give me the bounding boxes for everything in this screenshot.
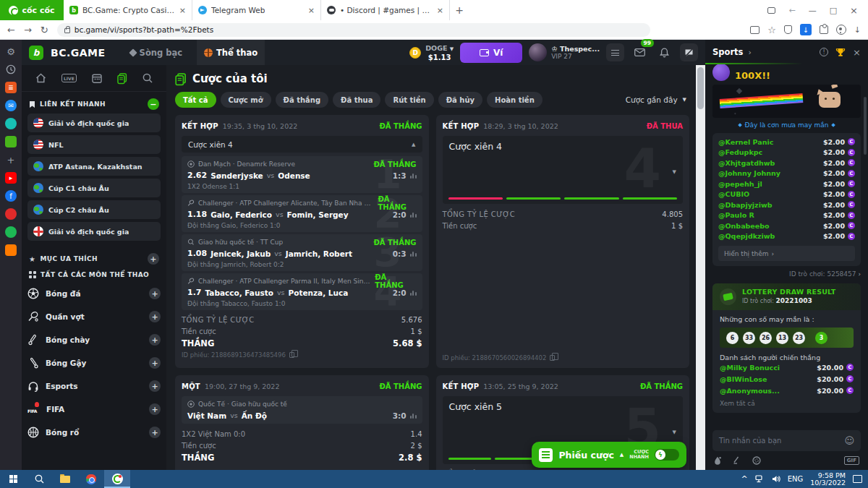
quick-link-item[interactable]: ATP Astana, Kazakhstan — [27, 157, 161, 176]
filter-all[interactable]: Tất cả — [175, 92, 216, 108]
bookmark-star-icon[interactable]: ☆ — [767, 25, 776, 35]
bet-slash-icon[interactable] — [733, 456, 741, 464]
news-shortcut-icon[interactable]: ≣ — [5, 82, 17, 93]
close-tab-icon[interactable]: × — [179, 6, 186, 15]
currency-selector[interactable]: D DOGE ▼ $1.13 — [409, 44, 454, 61]
bet-leg[interactable]: 4 Challenger · ATP Challenger Parma II, … — [182, 273, 422, 310]
screencast-icon[interactable] — [750, 26, 760, 34]
facebook-shortcut-icon[interactable]: f — [5, 190, 17, 202]
chat-scrollbar-thumb[interactable] — [864, 97, 867, 155]
collapse-quick-links-button[interactable]: − — [148, 98, 159, 110]
filter-lost[interactable]: Đã thua — [333, 92, 380, 108]
expand-icon[interactable]: ▼ — [673, 169, 676, 175]
bet-leg[interactable]: Quốc Tế · Giao hữu quốc tế Việt Nam vs Ấ… — [182, 396, 422, 424]
emoji-icon[interactable]: ☺ — [844, 435, 854, 446]
sport-item-esports[interactable]: Esports + — [27, 374, 161, 398]
language-indicator[interactable]: ENG — [788, 475, 804, 483]
bet-slip-button[interactable]: Phiếu cược ▲ CƯỢCNHANH ϟ — [532, 442, 686, 468]
tray-expand-icon[interactable]: ^ — [741, 474, 748, 484]
game-id-link[interactable]: ID trò chơi: 5258457 › — [712, 270, 861, 278]
filter-cashout[interactable]: Rút tiền — [385, 92, 433, 108]
filter-cancelled[interactable]: Đã hủy — [438, 92, 482, 108]
coccoc-button[interactable] — [104, 470, 130, 488]
expand-sport-button[interactable]: + — [149, 403, 161, 415]
back-icon[interactable]: ← — [7, 25, 15, 35]
sport-item-basketball[interactable]: Bóng rổ + — [27, 421, 161, 444]
bcgame-logo-icon[interactable]: b — [29, 46, 43, 60]
nav-sports[interactable]: Thể thao — [197, 40, 265, 65]
rain-drop-icon[interactable] — [714, 456, 721, 465]
expand-sport-button[interactable]: + — [149, 288, 161, 299]
maximize-window-icon[interactable]: □ — [830, 6, 837, 15]
add-shortcut-icon[interactable]: + — [5, 154, 17, 166]
stats-icon[interactable] — [410, 290, 417, 296]
taskbar-search-button[interactable] — [26, 470, 52, 488]
chat-toggle-icon[interactable] — [680, 43, 698, 61]
bet-leg[interactable]: 2 Challenger · ATP Challenger Alicante, … — [182, 195, 422, 232]
download-active-icon[interactable]: ↓ — [800, 24, 812, 35]
add-favorite-button[interactable]: + — [148, 253, 159, 265]
stats-icon[interactable] — [410, 251, 417, 257]
winner-row[interactable]: @Dbapjyjziwb$2.00C — [718, 200, 855, 210]
filter-won[interactable]: Đã thắng — [276, 92, 329, 108]
close-tab-icon[interactable]: × — [308, 6, 315, 15]
forward-icon[interactable]: → — [24, 25, 32, 35]
copy-icon[interactable] — [289, 352, 294, 358]
search-icon[interactable] — [142, 73, 153, 83]
winner-row[interactable]: @pepehh_jl$2.00C — [718, 179, 855, 189]
sort-dropdown[interactable]: Cược gần đây▼ — [626, 95, 689, 104]
expand-sport-button[interactable]: + — [149, 380, 161, 392]
user-profile[interactable]: ♔ Thespec... VIP 27 — [529, 43, 600, 61]
main-scrollbar[interactable] — [696, 65, 705, 470]
mail-icon[interactable]: 99 — [631, 43, 649, 61]
quick-link-item[interactable]: Giải vô địch quốc gia — [27, 114, 161, 132]
avatar[interactable] — [712, 64, 730, 81]
green-app-shortcut-icon[interactable] — [5, 226, 17, 238]
youtube-shortcut-icon[interactable]: ▸ — [5, 172, 17, 184]
downloads-tray-icon[interactable]: ↓ — [854, 25, 861, 35]
teal-app-shortcut-icon[interactable] — [5, 118, 17, 129]
new-tab-button[interactable]: + — [450, 0, 469, 20]
reload-icon[interactable]: ↻ — [41, 25, 48, 35]
quick-bet-toggle[interactable]: ϟ — [655, 449, 679, 461]
expand-sport-button[interactable]: + — [149, 427, 161, 438]
url-field[interactable]: bc.game/vi/sports?bt-path=%2Fbets — [57, 23, 650, 37]
winner-row[interactable]: @Qqepjdkziwb$2.00C — [718, 231, 855, 242]
chrome-button[interactable] — [78, 470, 104, 488]
winner-row[interactable]: @BIWinLose$20.00C — [720, 373, 854, 385]
messenger-shortcut-icon[interactable]: ✉ — [5, 100, 17, 111]
home-icon[interactable] — [35, 73, 46, 83]
tab-search-icon[interactable] — [767, 7, 775, 14]
bet-card-single-won[interactable]: MỘT 19:00, 27 thg 9, 2022 ĐÃ THẮNG Quốc … — [175, 375, 429, 470]
bet-leg[interactable]: 3 Giao hữu quốc tế · TT Cup ĐÃ THẮNG 1.0… — [182, 234, 422, 271]
browser-tab-telegram[interactable]: Telegram Web × — [192, 0, 321, 20]
browser-tab-discord[interactable]: • Discord | #games | BC G × — [321, 0, 450, 20]
combo-collapsed-block[interactable]: Cược xiên 4 4 ▼ — [443, 136, 684, 204]
red-app-shortcut-icon[interactable] — [5, 208, 17, 220]
live-icon[interactable]: LIVE — [61, 74, 77, 82]
chip-icon[interactable] — [752, 456, 761, 465]
stats-icon[interactable] — [410, 212, 417, 218]
stats-icon[interactable] — [410, 413, 417, 419]
sport-item-baseball[interactable]: Bóng chày + — [27, 328, 161, 351]
games-shortcut-icon[interactable] — [5, 136, 17, 147]
bcgame-logo-text[interactable]: BC.GAME — [51, 47, 106, 59]
orange-app-shortcut-icon[interactable] — [5, 244, 17, 256]
filter-refund[interactable]: Hoàn tiền — [487, 92, 542, 108]
profile-icon[interactable] — [836, 25, 846, 35]
expand-sport-button[interactable]: + — [149, 357, 161, 369]
sport-item-soccer[interactable]: Bóng đá + — [27, 282, 161, 305]
main-scrollbar-thumb[interactable] — [697, 67, 704, 109]
close-tab-icon[interactable]: × — [437, 6, 443, 15]
calendar-icon[interactable] — [92, 73, 102, 83]
winner-row[interactable]: @Paulo R$2.00C — [718, 210, 855, 221]
chat-tab-sports[interactable]: Sports — [712, 47, 743, 57]
quick-link-item[interactable]: NFL — [27, 135, 161, 154]
bet-card-combo-lost[interactable]: KẾT HỢP 18:29, 3 thg 10, 2022 ĐÃ THUA Cư… — [436, 115, 690, 368]
winner-row[interactable]: @Milky Bonucci$20.00C — [720, 361, 854, 373]
coccoc-brand-button[interactable]: cốc cốc — [0, 0, 64, 20]
stats-icon[interactable] — [410, 173, 417, 179]
quick-link-item[interactable]: Cúp C2 châu Âu — [27, 200, 161, 219]
nav-casino[interactable]: Sòng bạc — [123, 40, 190, 65]
collapse-icon[interactable]: ▲ — [412, 142, 415, 147]
